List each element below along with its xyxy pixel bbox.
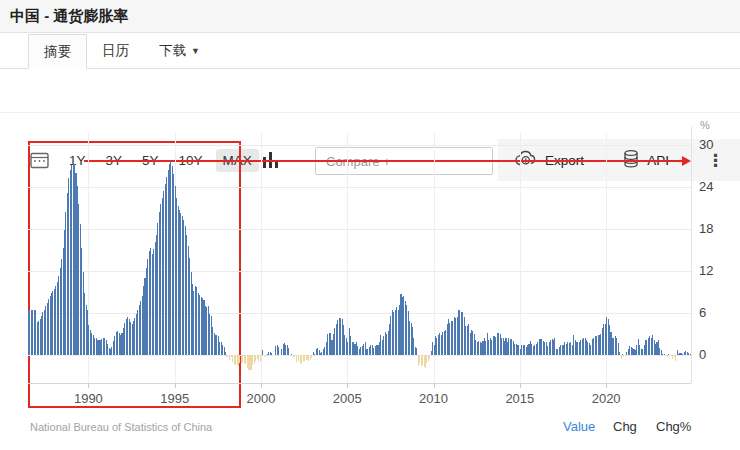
chart-bar	[290, 355, 291, 356]
x-axis-tick-label: 1990	[63, 391, 113, 406]
chart-bar	[261, 355, 262, 356]
y-axis-tick-label: 12	[699, 263, 729, 278]
chart-bar	[621, 355, 622, 359]
gridline	[28, 187, 691, 188]
gridline	[261, 133, 262, 383]
gridline	[28, 271, 691, 272]
footer-link-chgpct[interactable]: Chg%	[656, 419, 691, 434]
y-axis-tick-label: 18	[699, 221, 729, 236]
y-axis-tick-label: 24	[699, 179, 729, 194]
inflation-chart: % 30241812601990199520002005201020152020	[0, 115, 740, 415]
chart-bar	[296, 355, 297, 362]
app-window: 中国 - 通货膨胀率 摘要 日历 下载 ▼ 1Y 3Y 5Y 10Y MAX	[0, 0, 740, 450]
gridline	[28, 229, 691, 230]
annotation-arrow-line	[84, 160, 682, 162]
tab-download[interactable]: 下载 ▼	[144, 34, 215, 68]
tab-summary[interactable]: 摘要	[28, 34, 87, 69]
x-axis-tick-label: 2005	[322, 391, 372, 406]
x-axis-tick-label: 1995	[150, 391, 200, 406]
chart-bar	[668, 354, 669, 355]
tab-summary-label: 摘要	[44, 43, 71, 61]
chart-bar	[271, 353, 272, 355]
x-axis-line	[28, 383, 691, 384]
tab-download-label: 下载	[159, 42, 186, 60]
chart-bar	[311, 355, 312, 358]
data-source-label: National Bureau of Statistics of China	[30, 421, 212, 433]
chart-bar	[667, 355, 668, 357]
x-axis-tick-label: 2000	[236, 391, 286, 406]
y-axis-tick-label: 0	[699, 347, 729, 362]
chart-bar	[278, 347, 279, 355]
y-axis-unit-label: %	[700, 119, 710, 131]
chart-toolbar: 1Y 3Y 5Y 10Y MAX Export	[0, 69, 740, 113]
chart-bar	[690, 354, 691, 355]
chart-bar	[265, 355, 266, 357]
y-axis-tick-label: 30	[699, 137, 729, 152]
gridline	[28, 313, 691, 314]
chart-bar	[625, 355, 626, 356]
page-title: 中国 - 通货膨胀率	[10, 0, 128, 32]
chart-bar	[288, 348, 289, 355]
tab-calendar-label: 日历	[102, 42, 129, 60]
x-axis-tick-label: 2010	[409, 391, 459, 406]
chart-bar	[429, 355, 430, 359]
gridline	[28, 145, 691, 146]
gridline	[28, 355, 691, 356]
chart-bar	[416, 348, 417, 355]
x-axis-tick-label: 2015	[495, 391, 545, 406]
annotation-arrow-head-icon	[682, 156, 691, 166]
tab-bar: 摘要 日历 下载 ▼	[0, 34, 740, 69]
y-axis-line	[691, 127, 692, 383]
footer-link-value[interactable]: Value	[563, 419, 595, 434]
tab-calendar[interactable]: 日历	[87, 34, 144, 68]
chart-bar	[664, 354, 665, 355]
x-axis-tick-label: 2020	[581, 391, 631, 406]
footer-link-chg[interactable]: Chg	[613, 419, 637, 434]
chevron-down-icon: ▼	[191, 46, 200, 56]
chart-bar	[675, 355, 676, 361]
y-axis-tick-label: 6	[699, 305, 729, 320]
title-bar: 中国 - 通货膨胀率	[0, 0, 740, 33]
